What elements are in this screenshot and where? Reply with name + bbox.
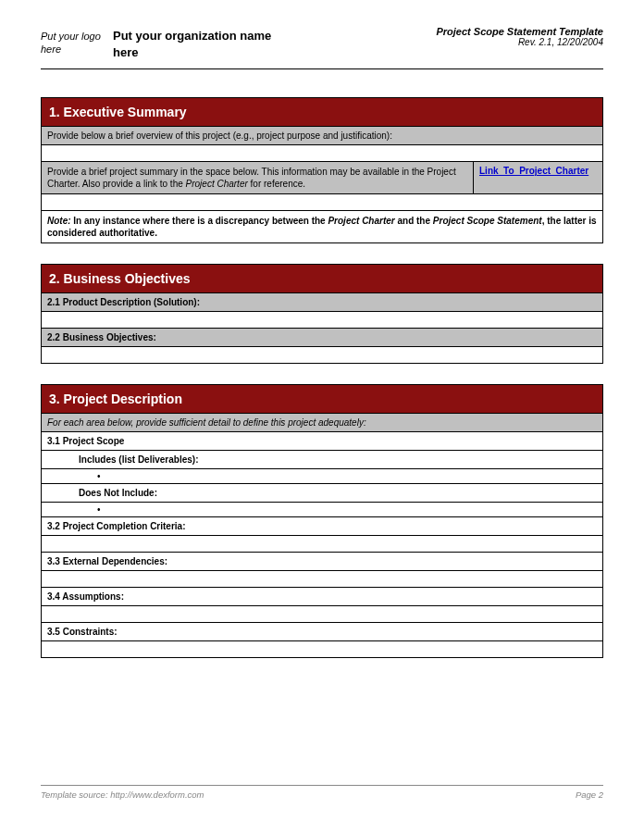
- s1-input-1[interactable]: [41, 145, 603, 162]
- section-executive-summary: 1. Executive Summary Provide below a bri…: [41, 97, 603, 243]
- document-header: Put your logo here Put your organization…: [41, 26, 603, 69]
- section-business-objectives: 2. Business Objectives 2.1 Product Descr…: [41, 264, 603, 364]
- s3-sub-34: 3.4 Assumptions:: [41, 588, 603, 606]
- project-charter-link[interactable]: Link_To_Project_Charter: [479, 166, 588, 176]
- s3-input-35[interactable]: [41, 641, 603, 658]
- organization-placeholder: Put your organization name here: [113, 26, 279, 61]
- s3-includes-bullet[interactable]: •: [41, 469, 603, 484]
- s3-input-34[interactable]: [41, 606, 603, 623]
- document-revision: Rev. 2.1, 12/20/2004: [436, 37, 603, 47]
- logo-placeholder: Put your logo here: [41, 26, 104, 56]
- s1-instr2-part-b: Project Charter: [186, 179, 248, 189]
- s3-excludes-label: Does Not Include:: [41, 484, 603, 503]
- footer-source: Template source: http://www.dexform.com: [41, 789, 204, 800]
- s1-instruction-2-row: Provide a brief project summary in the s…: [41, 162, 603, 194]
- s1-instr2-part-c: for reference.: [248, 179, 305, 189]
- s2-sub-2: 2.2 Business Objectives:: [41, 329, 603, 347]
- s1-note-d: Project Scope Statement: [433, 216, 542, 226]
- s3-intro: For each area below, provide sufficient …: [41, 414, 603, 432]
- section-2-header: 2. Business Objectives: [41, 264, 603, 293]
- s1-note-c: and the: [395, 216, 433, 226]
- s1-input-2[interactable]: [41, 194, 603, 211]
- document-title-block: Project Scope Statement Template Rev. 2.…: [436, 26, 603, 47]
- s3-sub-32: 3.2 Project Completion Criteria:: [41, 517, 603, 536]
- section-1-header: 1. Executive Summary: [41, 97, 603, 127]
- s1-note: Note: In any instance where there is a d…: [41, 211, 603, 243]
- document-title: Project Scope Statement Template: [436, 26, 603, 37]
- s3-input-33[interactable]: [41, 571, 603, 588]
- s2-input-2[interactable]: [41, 347, 603, 364]
- s2-sub-1: 2.1 Product Description (Solution):: [41, 293, 603, 312]
- page-footer: Template source: http://www.dexform.com …: [41, 785, 603, 800]
- s1-instruction-1: Provide below a brief overview of this p…: [41, 127, 603, 145]
- s1-charter-link-cell: Link_To_Project_Charter: [473, 162, 602, 193]
- section-3-header: 3. Project Description: [41, 384, 603, 414]
- footer-page-number: Page 2: [576, 789, 603, 800]
- s1-note-prefix: Note:: [47, 216, 71, 226]
- s3-input-32[interactable]: [41, 536, 603, 553]
- s2-input-1[interactable]: [41, 312, 603, 329]
- s3-includes-label: Includes (list Deliverables):: [41, 451, 603, 469]
- s3-excludes-bullet[interactable]: •: [41, 503, 603, 517]
- s1-note-a: In any instance where there is a discrep…: [71, 216, 328, 226]
- s3-sub-33: 3.3 External Dependencies:: [41, 553, 603, 571]
- s1-instruction-2: Provide a brief project summary in the s…: [42, 162, 473, 193]
- section-project-description: 3. Project Description For each area bel…: [41, 384, 603, 658]
- s1-note-b: Project Charter: [328, 216, 394, 226]
- s3-sub-31: 3.1 Project Scope: [41, 432, 603, 451]
- s3-sub-35: 3.5 Constraints:: [41, 623, 603, 641]
